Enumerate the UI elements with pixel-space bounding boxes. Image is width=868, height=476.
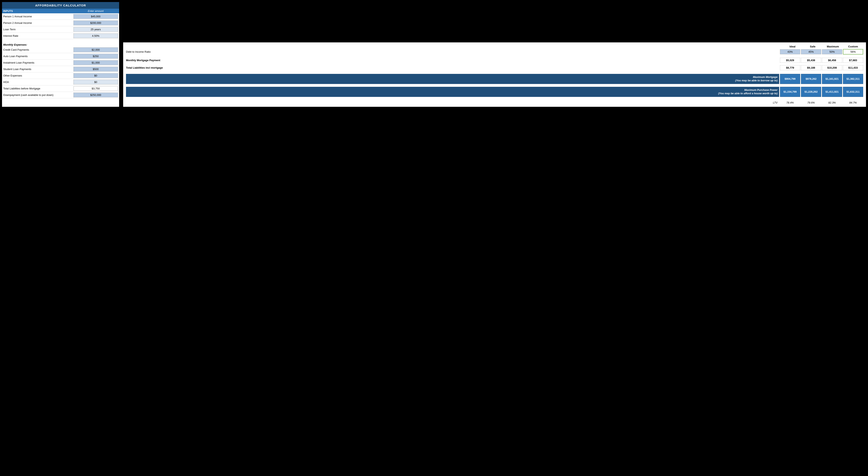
left-panel: AFFORDABILITY CALCULATOR INPUTS Enter am… xyxy=(2,2,119,107)
hoa-input[interactable] xyxy=(73,80,118,84)
instalment-loan-input[interactable] xyxy=(73,60,118,65)
total-liabilities-label: Total Liabilities before Mortgage xyxy=(3,87,73,90)
auto-loan-label: Auto Loan Payments xyxy=(3,55,73,58)
monthly-mortgage-label: Monthly Mortgage Payment xyxy=(126,59,779,62)
total-liab-ideal: $8,779 xyxy=(780,65,800,70)
student-loan-input[interactable] xyxy=(73,67,118,71)
max-purchase-ideal: $1,154,799 xyxy=(780,87,800,97)
ltv-label: LTV xyxy=(126,101,779,104)
field-row: Total Liabilities before Mortgage xyxy=(2,85,119,92)
results-content: Ideal Safe Maximum Custom Debt to Income… xyxy=(123,42,866,107)
monthly-expenses-header: Monthly Expenses: xyxy=(2,42,119,46)
total-liab-safe: $9,188 xyxy=(801,65,821,70)
max-mortgage-ideal: $904,799 xyxy=(780,74,800,84)
max-purchase-safe: $1,228,262 xyxy=(801,87,821,97)
total-liab-custom: $11,433 xyxy=(843,65,863,70)
person1-income-input[interactable] xyxy=(73,14,118,19)
mortgage-safe: $5,438 xyxy=(801,58,821,63)
max-mortgage-custom: $1,382,311 xyxy=(843,74,863,84)
dti-maximum: 50% xyxy=(822,49,842,54)
total-liabilities-incl-label: Total Liabilities incl mortgage xyxy=(126,66,779,69)
mortgage-maximum: $6,458 xyxy=(822,58,842,63)
total-liabilities-input xyxy=(73,86,118,91)
field-row: Person 1 Annual Income xyxy=(2,13,119,20)
max-purchase-custom: $1,632,311 xyxy=(843,87,863,97)
interest-rate-label: Interest Rate xyxy=(3,34,73,37)
col-header-ideal: Ideal xyxy=(782,44,803,49)
field-row: Auto Loan Payments xyxy=(2,53,119,60)
col-header-safe: Safe xyxy=(803,44,823,49)
loan-term-input[interactable] xyxy=(73,27,118,32)
loan-term-label: Loan Term xyxy=(3,28,73,31)
max-mortgage-label: Maximum Mortgage (You may be able to bor… xyxy=(126,74,779,84)
mortgage-custom: $7,683 xyxy=(843,58,863,63)
field-row: Student Loan Payments xyxy=(2,66,119,72)
instalment-loan-label: Instalment Loan Payments xyxy=(3,61,73,64)
calculator-title: AFFORDABILITY CALCULATOR xyxy=(2,2,119,9)
total-liabilities-incl-row: Total Liabilities incl mortgage $8,779 $… xyxy=(126,65,863,70)
person2-income-input[interactable] xyxy=(73,21,118,25)
monthly-mortgage-row: Monthly Mortgage Payment $5,029 $5,438 $… xyxy=(126,58,863,63)
right-panel: Ideal Safe Maximum Custom Debt to Income… xyxy=(119,2,866,107)
inputs-label: INPUTS xyxy=(3,9,73,12)
enter-amount-label: Enter amount xyxy=(73,9,118,12)
ltv-safe: 79.6% xyxy=(801,100,821,105)
downpayment-label: Downpayment (cash available to put down) xyxy=(3,93,73,96)
field-row: HOA xyxy=(2,79,119,85)
col-header-maximum: Maximum xyxy=(823,44,843,49)
mortgage-ideal: $5,029 xyxy=(780,58,800,63)
field-row: Downpayment (cash available to put down) xyxy=(2,92,119,98)
max-mortgage-maximum: $1,161,921 xyxy=(822,74,842,84)
max-purchase-label: Maximum Purchase Power (You may be able … xyxy=(126,87,779,97)
auto-loan-input[interactable] xyxy=(73,54,118,59)
credit-card-input[interactable] xyxy=(73,47,118,52)
dti-custom[interactable]: 56% xyxy=(843,49,863,55)
ltv-ideal: 78.4% xyxy=(780,100,800,105)
debt-to-income-label: Debt to Income Ratio xyxy=(126,50,779,53)
field-row: Person 2 Annual Income xyxy=(2,20,119,26)
total-liab-maximum: $10,208 xyxy=(822,65,842,70)
other-expenses-input[interactable] xyxy=(73,73,118,78)
hoa-label: HOA xyxy=(3,81,73,84)
dti-safe: 45% xyxy=(801,49,821,54)
max-purchase-row: Maximum Purchase Power (You may be able … xyxy=(126,87,863,97)
person2-income-label: Person 2 Annual Income xyxy=(3,22,73,25)
field-row: Other Expenses xyxy=(2,72,119,79)
max-mortgage-safe: $978,262 xyxy=(801,74,821,84)
ltv-custom: 84.7% xyxy=(843,100,863,105)
field-row: Loan Term xyxy=(2,26,119,33)
field-row: Instalment Loan Payments xyxy=(2,60,119,66)
debt-to-income-row: Debt to Income Ratio 43% 45% 50% 56% xyxy=(126,49,863,55)
dti-ideal: 43% xyxy=(780,49,800,54)
ltv-row: LTV 78.4% 79.6% 82.3% 84.7% xyxy=(126,100,863,105)
column-headers: Ideal Safe Maximum Custom xyxy=(126,44,863,49)
ltv-maximum: 82.3% xyxy=(822,100,842,105)
interest-rate-input[interactable] xyxy=(73,33,118,38)
downpayment-input[interactable] xyxy=(73,93,118,97)
person1-income-label: Person 1 Annual Income xyxy=(3,15,73,18)
max-mortgage-row: Maximum Mortgage (You may be able to bor… xyxy=(126,74,863,84)
col-header-custom: Custom xyxy=(843,44,863,49)
student-loan-label: Student Loan Payments xyxy=(3,68,73,71)
field-row: Credit Card Payments xyxy=(2,46,119,53)
field-row: Interest Rate xyxy=(2,33,119,39)
max-purchase-maximum: $1,411,921 xyxy=(822,87,842,97)
other-expenses-label: Other Expenses xyxy=(3,74,73,77)
credit-card-label: Credit Card Payments xyxy=(3,48,73,51)
